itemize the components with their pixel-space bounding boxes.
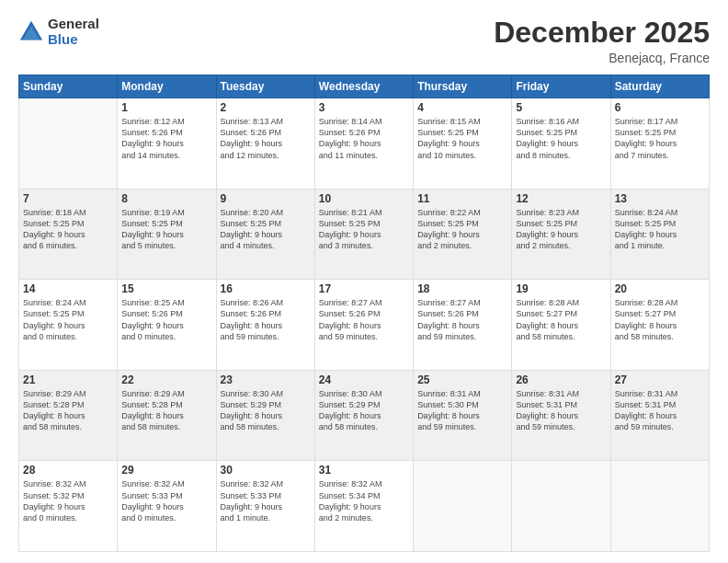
sunset-text: Sunset: 5:31 PM (615, 399, 705, 410)
daylight-hours: Daylight: 8 hours (615, 410, 705, 421)
sunset-text: Sunset: 5:25 PM (23, 218, 113, 229)
table-row (512, 461, 610, 552)
calendar-header-row: Sunday Monday Tuesday Wednesday Thursday… (19, 75, 710, 98)
sunset-text: Sunset: 5:34 PM (319, 490, 409, 501)
day-number: 7 (23, 192, 113, 205)
day-number: 1 (121, 101, 211, 114)
sunrise-text: Sunrise: 8:32 AM (23, 478, 113, 489)
sunrise-text: Sunrise: 8:24 AM (23, 297, 113, 308)
day-info: Sunrise: 8:25 AMSunset: 5:26 PMDaylight:… (121, 297, 211, 342)
daylight-hours: Daylight: 9 hours (417, 229, 507, 240)
day-info: Sunrise: 8:23 AMSunset: 5:25 PMDaylight:… (516, 207, 606, 252)
table-row: 13Sunrise: 8:24 AMSunset: 5:25 PMDayligh… (610, 189, 709, 280)
daylight-hours: Daylight: 8 hours (221, 410, 311, 421)
daylight-hours: Daylight: 9 hours (221, 138, 311, 149)
daylight-minutes: and 2 minutes. (417, 240, 507, 251)
day-info: Sunrise: 8:31 AMSunset: 5:31 PMDaylight:… (516, 388, 606, 433)
table-row: 8Sunrise: 8:19 AMSunset: 5:25 PMDaylight… (118, 189, 216, 280)
sunrise-text: Sunrise: 8:22 AM (417, 207, 507, 218)
sunset-text: Sunset: 5:25 PM (516, 218, 606, 229)
daylight-minutes: and 8 minutes. (516, 150, 606, 161)
daylight-minutes: and 10 minutes. (417, 150, 507, 161)
daylight-hours: Daylight: 9 hours (516, 229, 606, 240)
day-info: Sunrise: 8:16 AMSunset: 5:25 PMDaylight:… (516, 116, 606, 161)
day-info: Sunrise: 8:31 AMSunset: 5:31 PMDaylight:… (615, 388, 705, 433)
daylight-hours: Daylight: 9 hours (121, 138, 211, 149)
day-info: Sunrise: 8:28 AMSunset: 5:27 PMDaylight:… (615, 297, 705, 342)
sunset-text: Sunset: 5:32 PM (23, 490, 113, 501)
sunset-text: Sunset: 5:25 PM (417, 127, 507, 138)
daylight-minutes: and 59 minutes. (417, 331, 507, 342)
day-info: Sunrise: 8:26 AMSunset: 5:26 PMDaylight:… (221, 297, 311, 342)
calendar-week-row: 21Sunrise: 8:29 AMSunset: 5:28 PMDayligh… (19, 370, 710, 461)
day-info: Sunrise: 8:32 AMSunset: 5:33 PMDaylight:… (121, 478, 211, 523)
sunset-text: Sunset: 5:26 PM (121, 127, 211, 138)
daylight-minutes: and 59 minutes. (516, 421, 606, 432)
day-info: Sunrise: 8:24 AMSunset: 5:25 PMDaylight:… (615, 207, 705, 252)
daylight-minutes: and 59 minutes. (417, 421, 507, 432)
daylight-hours: Daylight: 9 hours (121, 501, 211, 512)
table-row: 5Sunrise: 8:16 AMSunset: 5:25 PMDaylight… (512, 98, 610, 190)
day-number: 26 (516, 373, 606, 386)
daylight-hours: Daylight: 9 hours (319, 138, 409, 149)
day-number: 19 (516, 282, 606, 295)
day-info: Sunrise: 8:12 AMSunset: 5:26 PMDaylight:… (121, 116, 211, 161)
table-row: 11Sunrise: 8:22 AMSunset: 5:25 PMDayligh… (414, 189, 512, 280)
table-row: 18Sunrise: 8:27 AMSunset: 5:26 PMDayligh… (414, 280, 512, 371)
sunrise-text: Sunrise: 8:32 AM (221, 478, 311, 489)
table-row: 4Sunrise: 8:15 AMSunset: 5:25 PMDaylight… (414, 98, 512, 190)
calendar-week-row: 28Sunrise: 8:32 AMSunset: 5:32 PMDayligh… (19, 461, 710, 552)
table-row (610, 461, 709, 552)
logo-text: General Blue (48, 17, 99, 47)
day-number: 21 (23, 373, 113, 386)
table-row: 31Sunrise: 8:32 AMSunset: 5:34 PMDayligh… (314, 461, 413, 552)
daylight-minutes: and 2 minutes. (319, 512, 409, 523)
sunrise-text: Sunrise: 8:20 AM (221, 207, 311, 218)
day-number: 30 (221, 464, 311, 477)
day-number: 13 (615, 192, 705, 205)
sunrise-text: Sunrise: 8:30 AM (319, 388, 409, 399)
table-row: 7Sunrise: 8:18 AMSunset: 5:25 PMDaylight… (19, 189, 118, 280)
sunset-text: Sunset: 5:26 PM (121, 308, 211, 319)
daylight-minutes: and 59 minutes. (319, 331, 409, 342)
daylight-minutes: and 3 minutes. (319, 240, 409, 251)
day-number: 16 (221, 282, 311, 295)
table-row (19, 98, 118, 190)
sunset-text: Sunset: 5:25 PM (417, 218, 507, 229)
sunrise-text: Sunrise: 8:16 AM (516, 116, 606, 127)
daylight-hours: Daylight: 9 hours (221, 229, 311, 240)
daylight-hours: Daylight: 9 hours (23, 229, 113, 240)
day-number: 23 (221, 373, 311, 386)
daylight-hours: Daylight: 9 hours (221, 501, 311, 512)
title-area: December 2025 Benejacq, France (494, 17, 710, 65)
day-number: 5 (516, 101, 606, 114)
sunrise-text: Sunrise: 8:24 AM (615, 207, 705, 218)
daylight-minutes: and 0 minutes. (23, 331, 113, 342)
day-info: Sunrise: 8:32 AMSunset: 5:33 PMDaylight:… (221, 478, 311, 523)
sunset-text: Sunset: 5:26 PM (319, 127, 409, 138)
logo-blue-text: Blue (48, 32, 99, 48)
daylight-hours: Daylight: 8 hours (417, 320, 507, 331)
daylight-minutes: and 58 minutes. (23, 421, 113, 432)
location: Benejacq, France (494, 51, 710, 65)
day-number: 27 (615, 373, 705, 386)
daylight-minutes: and 12 minutes. (221, 150, 311, 161)
day-number: 29 (121, 464, 211, 477)
daylight-minutes: and 6 minutes. (23, 240, 113, 251)
sunrise-text: Sunrise: 8:27 AM (417, 297, 507, 308)
table-row: 3Sunrise: 8:14 AMSunset: 5:26 PMDaylight… (314, 98, 413, 190)
day-info: Sunrise: 8:30 AMSunset: 5:29 PMDaylight:… (319, 388, 409, 433)
calendar-week-row: 7Sunrise: 8:18 AMSunset: 5:25 PMDaylight… (19, 189, 710, 280)
daylight-hours: Daylight: 9 hours (319, 501, 409, 512)
daylight-minutes: and 14 minutes. (121, 150, 211, 161)
day-info: Sunrise: 8:17 AMSunset: 5:25 PMDaylight:… (615, 116, 705, 161)
day-number: 17 (319, 282, 409, 295)
daylight-hours: Daylight: 9 hours (23, 320, 113, 331)
sunrise-text: Sunrise: 8:13 AM (221, 116, 311, 127)
daylight-minutes: and 1 minute. (615, 240, 705, 251)
sunrise-text: Sunrise: 8:19 AM (121, 207, 211, 218)
header: General Blue December 2025 Benejacq, Fra… (18, 17, 710, 65)
sunset-text: Sunset: 5:26 PM (319, 308, 409, 319)
day-info: Sunrise: 8:27 AMSunset: 5:26 PMDaylight:… (417, 297, 507, 342)
sunrise-text: Sunrise: 8:26 AM (221, 297, 311, 308)
